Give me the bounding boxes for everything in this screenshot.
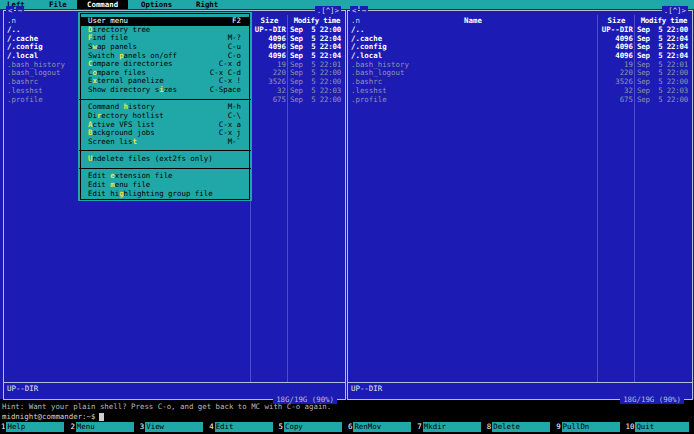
shell-prompt[interactable]: midnight@commander:~$ [2,412,95,421]
fkey-label: Mkdir [423,422,481,432]
panel-path[interactable]: ~ [16,6,24,15]
function-keybar: 1Help2Menu3View4Edit5Copy6RenMov7Mkdir8D… [0,422,694,433]
fkey-label: View [145,422,203,432]
column-header-name[interactable]: Name [348,17,598,26]
menu-item-hotkey: g [119,189,123,198]
menu-item-hotkey: h [124,102,128,111]
panel-up-button[interactable]: .[^]> [315,6,341,15]
file-size: 675 [620,96,633,105]
command-menu-items: User menuF2Directory treeFind fileM-?Swa… [81,17,249,198]
fkey-label: PullDn [562,422,620,432]
panel-path[interactable]: ~ [360,6,368,15]
menubar-item-command[interactable]: Command [77,0,128,9]
file-name: .profile [351,96,387,105]
fkey-2-menu[interactable]: 2Menu [69,422,138,432]
menu-item-show-directory-sizes[interactable]: Show directory sizesC-Space [81,86,249,95]
file-mtime: Sep 5 22:00 [637,96,690,105]
menu-item-undelete-files-ext2fs-only[interactable]: Undelete files (ext2fs only) [81,155,249,164]
ministatus: UP--DIR [351,385,382,394]
fkey-label: Delete [492,422,550,432]
fkey-3-view[interactable]: 3View [139,422,208,432]
menu-item-hotkey: B [88,128,92,137]
ministatus: UP--DIR [7,385,38,394]
menu-item-hotkey: U [88,154,92,163]
panel-right: <~.[^]>.nNameSizeModify time/..UP--DIRSe… [347,10,693,400]
menu-item-hotkey: m [110,180,114,189]
fkey-label: Help [6,422,64,432]
fkey-9-pulldn[interactable]: 9PullDn [555,422,624,432]
menu-item-hotkey: t [133,137,137,146]
menu-item-screen-list[interactable]: Screen listM-` [81,138,249,147]
fkey-1-help[interactable]: 1Help [0,422,69,432]
menu-item-shortcut: C-Space [210,86,241,95]
fkey-8-delete[interactable]: 8Delete [486,422,555,432]
fkey-7-mkdir[interactable]: 7Mkdir [416,422,485,432]
fkey-label: Copy [284,422,342,432]
menubar-item-file[interactable]: File [49,0,67,9]
fkey-10-quit[interactable]: 10Quit [625,422,694,432]
history-back-arrow[interactable]: < [6,6,14,15]
menubar: LeftFileCommandOptionsRight [0,0,694,9]
mc-screen: LeftFileCommandOptionsRight <~.[^]>.nNam… [0,0,694,434]
menu-item-hotkey: w [92,42,96,51]
menu-item-shortcut: M-` [228,138,241,147]
file-row-profile[interactable]: .profile675Sep 5 22:00 [348,96,692,105]
fkey-number: 10 [625,422,636,432]
fkey-label: Quit [635,422,688,432]
shell-prompt-row: midnight@commander:~$ [2,412,104,422]
fkey-label: Menu [76,422,134,432]
history-back-arrow[interactable]: < [350,6,358,15]
fkey-label: RenMov [353,422,411,432]
text-cursor [99,413,104,421]
panel-up-button[interactable]: .[^]> [662,6,688,15]
file-size: 675 [273,96,286,105]
menubar-item-options[interactable]: Options [141,0,172,9]
fkey-5-copy[interactable]: 5Copy [278,422,347,432]
menu-item-hotkey: r [97,111,101,120]
file-name: .profile [7,96,43,105]
menu-item-hotkey: i [159,85,163,94]
file-mtime: Sep 5 22:00 [290,96,343,105]
fkey-label: Edit [215,422,273,432]
menubar-item-right[interactable]: Right [196,0,218,9]
menu-item-shortcut: F2 [232,17,241,26]
fkey-6-renmov[interactable]: 6RenMov [347,422,416,432]
ministatus-separator [4,382,345,383]
menu-item-edit-highlighting-group-file[interactable]: Edit highlighting group file [81,190,249,199]
fkey-4-edit[interactable]: 4Edit [208,422,277,432]
file-list: /..UP--DIRSep 5 22:00/.cache4096Sep 5 22… [348,26,692,104]
command-menu: User menuF2Directory treeFind fileM-?Swa… [78,12,252,201]
ministatus-separator [348,382,692,383]
hint-line: Hint: Want your plain shell? Press C-o, … [2,402,692,412]
